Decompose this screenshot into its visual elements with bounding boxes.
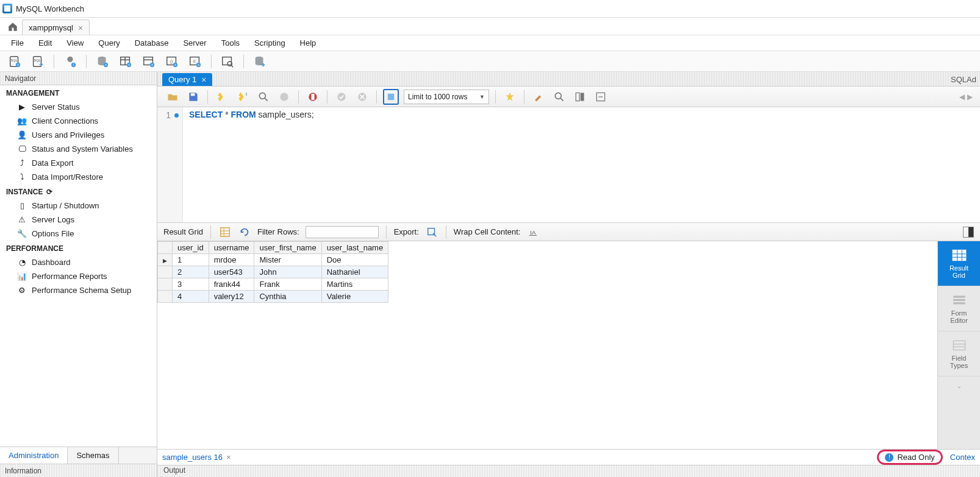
tab-administration[interactable]: Administration bbox=[0, 447, 68, 464]
query-tab-1[interactable]: Query 1 × bbox=[162, 73, 212, 86]
refresh-icon[interactable] bbox=[238, 225, 251, 239]
row-selector[interactable] bbox=[158, 278, 173, 291]
menu-edit[interactable]: Edit bbox=[31, 36, 59, 50]
row-selector[interactable] bbox=[158, 291, 173, 303]
cell[interactable]: Frank bbox=[254, 278, 321, 291]
new-schema-icon[interactable]: + bbox=[94, 53, 111, 70]
nav-data-import[interactable]: ⤵Data Import/Restore bbox=[0, 170, 157, 184]
prev-icon[interactable]: ◀ bbox=[959, 93, 965, 101]
invisible-chars-icon[interactable] bbox=[572, 89, 588, 105]
col-user-first-name[interactable]: user_first_name bbox=[254, 242, 321, 254]
cell[interactable]: 1 bbox=[173, 254, 209, 266]
cell[interactable]: Mister bbox=[254, 254, 321, 266]
nav-performance-schema[interactable]: ⚙Performance Schema Setup bbox=[0, 283, 157, 297]
nav-server-logs[interactable]: ⚠Server Logs bbox=[0, 213, 157, 227]
cell[interactable]: user543 bbox=[209, 266, 254, 278]
cell[interactable]: 4 bbox=[173, 291, 209, 303]
close-icon[interactable]: × bbox=[226, 453, 231, 462]
new-sql-tab-icon[interactable]: SQL+ bbox=[6, 53, 23, 70]
limit-rows-select[interactable]: Limit to 1000 rows ▼ bbox=[404, 90, 489, 104]
reconnect-icon[interactable] bbox=[251, 53, 268, 70]
table-row[interactable]: 1 mrdoe Mister Doe bbox=[158, 254, 388, 266]
open-sql-icon[interactable]: SQL bbox=[29, 53, 46, 70]
menu-scripting[interactable]: Scripting bbox=[247, 36, 293, 50]
row-selector[interactable] bbox=[158, 254, 173, 266]
nav-data-export[interactable]: ⤴Data Export bbox=[0, 156, 157, 170]
find-icon[interactable] bbox=[551, 89, 567, 105]
nav-client-connections[interactable]: 👥Client Connections bbox=[0, 114, 157, 128]
nav-status-variables[interactable]: 🖵Status and System Variables bbox=[0, 142, 157, 156]
rail-form-editor[interactable]: Form Editor bbox=[938, 286, 980, 331]
toggle-autocommit-icon[interactable] bbox=[305, 89, 321, 105]
nav-startup-shutdown[interactable]: ▯Startup / Shutdown bbox=[0, 199, 157, 213]
table-row[interactable]: 4 valery12 Cynthia Valerie bbox=[158, 291, 388, 303]
new-procedure-icon[interactable]: ()+ bbox=[163, 53, 181, 70]
col-username[interactable]: username bbox=[209, 242, 254, 254]
rail-scroll-down[interactable]: ⌄ bbox=[938, 376, 980, 395]
menu-help[interactable]: Help bbox=[293, 36, 324, 50]
brush-icon[interactable] bbox=[531, 89, 546, 105]
connection-tab[interactable]: xamppmysql × bbox=[22, 19, 90, 35]
cell[interactable]: Valerie bbox=[321, 291, 388, 303]
inspector-icon[interactable]: i bbox=[62, 53, 79, 70]
save-icon[interactable] bbox=[185, 89, 201, 105]
new-function-icon[interactable]: 0:+ bbox=[187, 53, 204, 70]
rail-result-grid[interactable]: Result Grid bbox=[938, 241, 980, 286]
close-icon[interactable]: × bbox=[201, 76, 206, 84]
explain-icon[interactable] bbox=[256, 89, 271, 105]
home-icon[interactable] bbox=[6, 20, 20, 34]
col-user-last-name[interactable]: user_last_name bbox=[321, 242, 388, 254]
nav-options-file[interactable]: 🔧Options File bbox=[0, 227, 157, 241]
refresh-icon[interactable]: ⟳ bbox=[46, 188, 52, 196]
new-table-icon[interactable]: + bbox=[117, 53, 134, 70]
menu-view[interactable]: View bbox=[59, 36, 91, 50]
panel-toggle-icon[interactable] bbox=[963, 227, 974, 238]
next-icon[interactable]: ▶ bbox=[967, 93, 973, 101]
cell[interactable]: Doe bbox=[321, 254, 388, 266]
close-icon[interactable]: × bbox=[78, 24, 83, 32]
row-selector[interactable] bbox=[158, 266, 173, 278]
cell[interactable]: 2 bbox=[173, 266, 209, 278]
code-content[interactable]: SELECT * FROM sample_users; bbox=[183, 107, 320, 222]
execute-icon[interactable] bbox=[214, 89, 230, 105]
rail-field-types[interactable]: Field Types bbox=[938, 331, 980, 376]
wrap-icon[interactable] bbox=[593, 89, 609, 105]
export-icon[interactable] bbox=[425, 225, 438, 239]
commit-icon[interactable] bbox=[334, 89, 349, 105]
stop-icon[interactable] bbox=[276, 89, 292, 105]
beautify-icon[interactable] bbox=[502, 89, 518, 105]
nav-server-status[interactable]: ▶Server Status bbox=[0, 100, 157, 114]
cell[interactable]: frank44 bbox=[209, 278, 254, 291]
menu-query[interactable]: Query bbox=[91, 36, 127, 50]
toggle-limit-icon[interactable] bbox=[383, 89, 399, 105]
sql-editor[interactable]: 1 SELECT * FROM sample_users; bbox=[157, 107, 980, 223]
nav-dashboard[interactable]: ◔Dashboard bbox=[0, 255, 157, 269]
result-tab[interactable]: sample_users 16 × bbox=[162, 453, 231, 462]
menu-file[interactable]: File bbox=[4, 36, 31, 50]
open-file-icon[interactable] bbox=[165, 89, 181, 105]
menu-tools[interactable]: Tools bbox=[214, 36, 247, 50]
wrap-cell-icon[interactable]: IA bbox=[526, 225, 540, 239]
col-user-id[interactable]: user_id bbox=[173, 242, 209, 254]
cell[interactable]: 3 bbox=[173, 278, 209, 291]
cell[interactable]: valery12 bbox=[209, 291, 254, 303]
rollback-icon[interactable] bbox=[354, 89, 370, 105]
menu-database[interactable]: Database bbox=[127, 36, 176, 50]
new-view-icon[interactable]: + bbox=[140, 53, 157, 70]
cell[interactable]: Martins bbox=[321, 278, 388, 291]
nav-performance-reports[interactable]: 📊Performance Reports bbox=[0, 269, 157, 283]
grid-icon[interactable] bbox=[218, 225, 232, 239]
context-help-link[interactable]: Contex bbox=[950, 453, 975, 462]
table-row[interactable]: 2 user543 John Nathaniel bbox=[158, 266, 388, 278]
cell[interactable]: mrdoe bbox=[209, 254, 254, 266]
cell[interactable]: John bbox=[254, 266, 321, 278]
cell[interactable]: Cynthia bbox=[254, 291, 321, 303]
table-row[interactable]: 3 frank44 Frank Martins bbox=[158, 278, 388, 291]
execute-current-icon[interactable]: I bbox=[235, 89, 251, 105]
menu-server[interactable]: Server bbox=[176, 36, 213, 50]
nav-users-privileges[interactable]: 👤Users and Privileges bbox=[0, 128, 157, 142]
filter-rows-input[interactable] bbox=[306, 226, 379, 238]
search-table-data-icon[interactable] bbox=[219, 53, 236, 70]
tab-schemas[interactable]: Schemas bbox=[68, 447, 118, 464]
cell[interactable]: Nathaniel bbox=[321, 266, 388, 278]
